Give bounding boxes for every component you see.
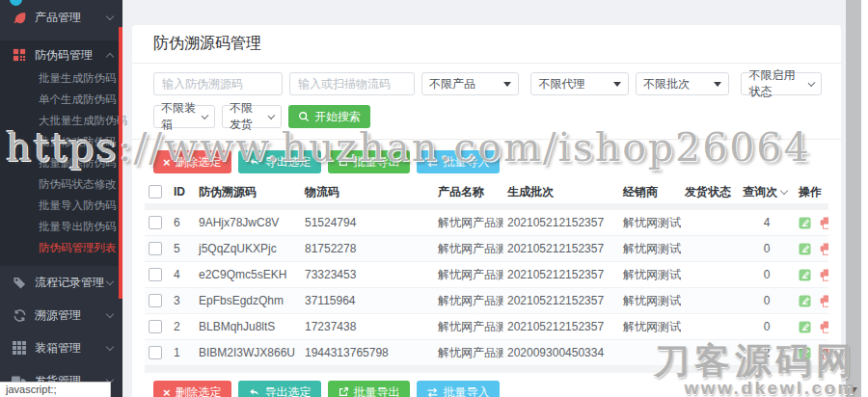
cell-code: BIBM2I3WJX866U: [195, 340, 301, 366]
shipping-filter-select[interactable]: 不限发货: [222, 105, 282, 128]
sidebar-subitem-status-modify[interactable]: 防伪码状态修改: [0, 173, 122, 195]
sidebar-item-packing-management[interactable]: 装箱管理: [0, 331, 122, 364]
sidebar-subitem-bulk-generate[interactable]: 大批量生成防伪码: [0, 110, 122, 131]
cell-batch: 202105212152357: [503, 236, 619, 262]
export-selected-button[interactable]: 导出选定: [238, 150, 321, 173]
sidebar-item-trace-management[interactable]: 溯源管理: [0, 299, 122, 331]
cell-batch: 202105212152357: [503, 210, 619, 236]
logistics-search-input[interactable]: [289, 72, 415, 95]
print-button[interactable]: [820, 269, 828, 281]
sidebar-subitem-manage-list[interactable]: 防伪码管理列表: [0, 237, 122, 258]
batch-export-button[interactable]: 批量导出: [328, 381, 410, 397]
cell-id: 5: [170, 236, 195, 262]
cell-code: j5QqZqUKXPjc: [195, 236, 301, 262]
row-checkbox[interactable]: [149, 320, 162, 333]
row-checkbox[interactable]: [149, 268, 162, 281]
print-button[interactable]: [820, 243, 828, 255]
edit-button[interactable]: [799, 347, 811, 359]
sidebar-subitem-batch-generate[interactable]: 批量生成防伪码: [0, 67, 122, 89]
chevron-down-icon: [808, 79, 816, 87]
print-icon: [820, 347, 828, 359]
packing-filter-select[interactable]: 不限装箱: [153, 105, 215, 128]
cell-queries: 0: [739, 236, 795, 262]
sidebar-subitem-batch-export[interactable]: 批量导出防伪码: [0, 216, 122, 237]
edit-button[interactable]: [799, 243, 811, 255]
cell-logistics: 17237438: [301, 314, 434, 340]
row-checkbox[interactable]: [149, 346, 162, 359]
print-button[interactable]: [820, 347, 828, 359]
chevron-up-icon: [106, 52, 114, 60]
cell-logistics: 81752278: [301, 236, 434, 262]
enable-status-filter-select[interactable]: 不限启用状态: [741, 72, 822, 95]
cell-id: 1: [170, 340, 195, 366]
edit-icon: [799, 347, 811, 359]
cell-product: 解忧网产品测...: [434, 236, 503, 262]
batch-filter-select[interactable]: 不限批次: [636, 72, 729, 95]
anticode-table: ID 防伪溯源码 物流码 产品名称 生成批次 经销商 发货状态 查询次 操作 6…: [145, 180, 828, 373]
cell-ship-status: [681, 262, 739, 288]
sidebar-item-product-management[interactable]: 产品管理: [0, 4, 122, 31]
sync-icon: [12, 307, 27, 323]
search-form: 不限产品 不限代理 不限批次 不限启用状态 不限装箱 不限发货 开始搜索: [132, 64, 841, 140]
edit-button[interactable]: [799, 295, 811, 307]
print-button[interactable]: [820, 217, 828, 229]
table-header-row: ID 防伪溯源码 物流码 产品名称 生成批次 经销商 发货状态 查询次 操作: [145, 180, 828, 203]
table-row: 6 9AHjx78JwC8V 51524794 解忧网产品测... 202105…: [145, 210, 828, 236]
batch-import-button[interactable]: 批量导入: [417, 150, 500, 173]
agent-filter-select[interactable]: 不限代理: [530, 72, 628, 95]
batch-import-button[interactable]: 批量导入: [417, 381, 500, 397]
cell-dealer: 解忧网测试: [619, 314, 681, 340]
edit-button[interactable]: [799, 321, 811, 333]
batch-export-button[interactable]: 批量导出: [328, 150, 410, 173]
col-header-ship-status: 发货状态: [681, 180, 739, 203]
main-panel: 防伪溯源码管理 不限产品 不限代理 不限批次 不限启用状态 不限装箱 不限发货: [132, 25, 841, 397]
sidebar-subitem-batch-import[interactable]: 批量导入防伪码: [0, 195, 122, 216]
cell-ship-status: [681, 210, 739, 236]
col-header-queries[interactable]: 查询次: [739, 180, 795, 203]
print-icon: [820, 269, 828, 281]
anticode-search-input[interactable]: [153, 72, 283, 95]
col-header-logistics: 物流码: [301, 180, 434, 203]
cell-ship-status: [681, 236, 739, 262]
cell-code: EpFbsEgdzQhm: [195, 288, 301, 314]
status-bar-link-hint: javascript:;: [0, 382, 111, 397]
row-checkbox[interactable]: [149, 294, 162, 307]
sidebar-subitem-batch-delete[interactable]: 批量删除防伪码: [0, 152, 122, 173]
page-scrollbar[interactable]: [846, 0, 861, 397]
sidebar-item-process-record[interactable]: 流程记录管理: [0, 266, 122, 299]
search-button[interactable]: 开始搜索: [288, 105, 370, 128]
print-button[interactable]: [820, 295, 828, 307]
cell-logistics: 73323453: [301, 262, 434, 288]
delete-selected-button[interactable]: × 删除选定: [153, 381, 231, 397]
sidebar-item-label: 防伪码管理: [35, 47, 107, 64]
print-icon: [820, 217, 828, 229]
sidebar-subitem-batch-modify[interactable]: 批量修改防伪码: [0, 131, 122, 152]
print-button[interactable]: [820, 321, 828, 333]
row-checkbox[interactable]: [149, 216, 162, 229]
table-row: 4 e2C9Qmc5sEKH 73323453 解忧网产品测... 202105…: [145, 262, 828, 288]
export-selected-button[interactable]: 导出选定: [238, 381, 321, 397]
select-all-checkbox[interactable]: [149, 185, 162, 198]
caret-down-icon: [503, 82, 511, 87]
cell-batch: 202105212152357: [503, 314, 619, 340]
edit-button[interactable]: [799, 269, 811, 281]
edit-button[interactable]: [799, 217, 811, 229]
search-icon: [298, 111, 310, 122]
cell-queries: 0: [739, 288, 795, 314]
chevron-down-icon: [106, 13, 114, 20]
edit-icon: [799, 321, 811, 333]
external-link-icon: [338, 386, 349, 397]
sidebar-item-label: 流程记录管理: [35, 275, 107, 291]
col-header-dealer: 经销商: [619, 180, 681, 203]
sidebar-item-anticode-management[interactable]: 防伪码管理: [0, 42, 122, 67]
product-filter-select[interactable]: 不限产品: [421, 72, 519, 95]
col-header-code: 防伪溯源码: [195, 180, 301, 203]
delete-selected-button[interactable]: × 删除选定: [153, 150, 231, 173]
row-checkbox[interactable]: [149, 242, 162, 255]
print-icon: [820, 243, 828, 255]
sidebar-scrollbar[interactable]: [119, 27, 122, 299]
sidebar-subitem-single-generate[interactable]: 单个生成防伪码: [0, 89, 122, 110]
chevron-down-icon: [106, 343, 114, 351]
external-link-icon: [338, 156, 349, 168]
chevron-down-icon: [106, 310, 114, 318]
